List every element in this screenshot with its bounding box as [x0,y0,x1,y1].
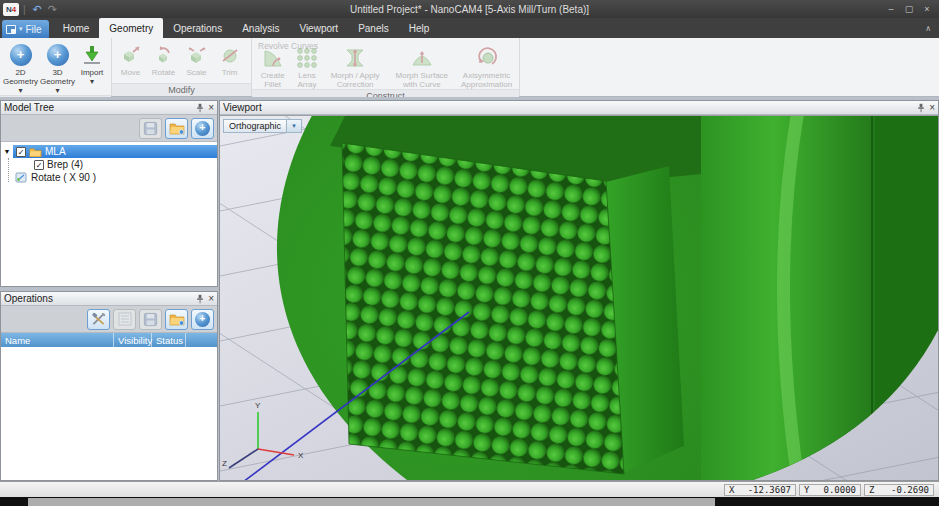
ribbon-group-add: + 2D Geometry ▾ + 3D Geometry ▾ [0,38,112,96]
file-menu-icon [6,25,16,34]
operations-list-empty[interactable] [1,347,217,480]
taskbar-strip [0,497,939,506]
collapse-ribbon-icon[interactable]: ∧ [925,24,931,33]
axis-z-label: Z [222,459,227,468]
morph-surface-with-curve-icon [410,45,434,71]
lens-array-label: Lens [298,71,315,80]
projection-select[interactable]: Orthographic [223,119,287,133]
column-name[interactable]: Name [1,333,114,347]
tree-item-rotate[interactable]: Rotate ( X 90 ) [1,171,217,184]
undo-icon[interactable]: ↶ [33,4,42,15]
open-folder-icon [169,312,185,326]
tree-connector-line [8,158,9,182]
model-tree-panel: Model Tree × [0,100,218,287]
tree-item-mla-row[interactable]: ✓ MLA [13,145,217,158]
3d-geometry-sphere-plus-icon: + [47,44,69,66]
tab-analysis[interactable]: Analysis [232,18,289,38]
rotate-button[interactable]: Rotate [147,40,180,77]
operations-table-header: Name Visibility Status [1,333,217,347]
model-tree-close-icon[interactable]: × [208,103,214,113]
tab-operations[interactable]: Operations [163,18,232,38]
save-tree-button[interactable] [139,118,162,139]
projection-caret-icon[interactable]: ▾ [287,119,302,133]
ribbon-group-modify: Move Rotate [112,38,252,96]
2d-geometry-sphere-plus-icon: + [10,44,32,66]
morph-apply-correction-icon [343,45,367,71]
morph-apply-label: Morph / Apply [331,71,380,80]
2d-geometry-button[interactable]: + 2D Geometry ▾ [2,40,39,95]
axisymmetric-label2: Approximation [461,80,512,89]
add-operation-button[interactable]: + [191,309,214,330]
tab-viewport[interactable]: Viewport [289,18,348,38]
2d-geometry-label: 2D [15,68,25,77]
restore-button[interactable]: ▢ [903,4,915,14]
pin-icon[interactable] [196,294,204,304]
coord-y-label: Y [804,485,809,495]
create-fillet-icon [261,45,285,71]
tree-item-brep[interactable]: ✓ Brep (4) [1,158,217,171]
open-folder-icon [169,121,185,135]
pin-icon[interactable] [196,103,204,113]
lens-array-button[interactable]: Lens Array [291,43,322,89]
file-menu-label: File [26,24,42,35]
move-label: Move [121,68,141,77]
move-button[interactable]: Move [114,40,147,77]
column-status[interactable]: Status [152,333,186,347]
tab-home[interactable]: Home [53,18,100,38]
model-tree-header: Model Tree × [1,101,217,115]
open-tree-button[interactable] [165,118,188,139]
rotate-icon [153,42,175,68]
coord-x-value: -12.3607 [748,485,791,495]
morph-apply-correction-button[interactable]: Morph / Apply Correction [323,43,388,89]
move-icon [120,42,142,68]
morph-surface-label: Morph Surface [396,71,448,80]
viewport-canvas[interactable]: Orthographic ▾ [220,115,938,480]
ribbon-empty-area [520,38,939,96]
operation-tools-button[interactable] [87,309,110,330]
list-icon [118,312,132,326]
lens-array-icon [295,45,319,71]
column-filler [186,333,217,347]
tree-item-mla-label: MLA [45,146,66,157]
import-button[interactable]: Import ▾ [76,40,108,86]
operation-list-button[interactable] [113,309,136,330]
tab-panels[interactable]: Panels [348,18,399,38]
model-tree-title: Model Tree [4,102,54,113]
status-bar: X -12.3607 Y 0.0000 Z -0.2690 [0,481,939,497]
file-menu-button[interactable]: ▾ File [2,20,49,38]
morph-surface-with-curve-button[interactable]: Morph Surface with Curve [387,43,456,89]
add-geometry-button[interactable]: + [191,118,214,139]
mla-checkbox[interactable]: ✓ [16,147,26,157]
save-operations-button[interactable] [139,309,162,330]
coord-z-value: -0.2690 [891,485,929,495]
close-button[interactable]: × [921,4,933,14]
redo-icon[interactable]: ↷ [48,4,57,15]
morph-surface-label2: with Curve [403,80,441,89]
tab-geometry[interactable]: Geometry [99,18,163,38]
axis-y-label: Y [255,401,261,410]
tab-help[interactable]: Help [399,18,440,38]
minimize-button[interactable]: – [885,4,897,14]
trim-icon [219,42,241,68]
open-operations-button[interactable] [165,309,188,330]
coord-x: X -12.3607 [724,484,796,496]
tree-item-mla[interactable]: ▼ ✓ MLA [1,145,217,158]
pin-icon[interactable] [917,103,925,113]
window-title: Untitled Project* - NanoCAM4 [5-Axis Mil… [0,4,939,15]
scale-button[interactable]: Scale [180,40,213,77]
title-bar: N4 | ↶ ↷ Untitled Project* - NanoCAM4 [5… [0,0,939,18]
axisymmetric-approximation-button[interactable]: Axisymmetric Approximation [456,43,517,89]
import-icon [81,42,103,68]
scale-icon [186,42,208,68]
trim-button[interactable]: Trim [213,40,246,77]
taskbar-button [28,498,715,506]
operations-toolbar: + [1,306,217,333]
expander-icon[interactable]: ▼ [1,148,13,155]
app-logo-icon[interactable]: N4 [3,3,19,16]
3d-geometry-button[interactable]: + 3D Geometry ▾ [39,40,76,95]
column-visibility[interactable]: Visibility [114,333,152,347]
brep-checkbox[interactable]: ✓ [34,160,44,170]
viewport-close-icon[interactable]: × [929,103,935,113]
operations-title: Operations [4,293,53,304]
operations-close-icon[interactable]: × [208,294,214,304]
